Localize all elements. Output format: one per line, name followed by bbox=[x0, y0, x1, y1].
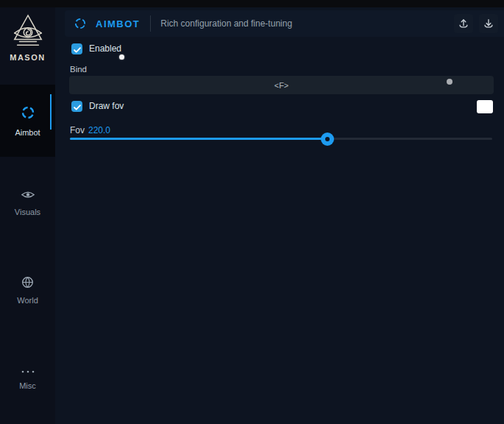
page-subtitle: Rich configuration and fine-tuning bbox=[160, 18, 292, 29]
checkmark-icon bbox=[74, 43, 81, 56]
enabled-label: Enabled bbox=[89, 43, 121, 54]
cursor-dot-gray bbox=[447, 79, 452, 85]
mason-window: MASON Aimbot Visuals bbox=[0, 0, 504, 424]
page-title: AIMBOT bbox=[96, 18, 140, 29]
sidebar-item-visuals[interactable]: Visuals bbox=[0, 180, 55, 225]
header-divider bbox=[150, 15, 151, 32]
masonic-eye-pyramid-icon bbox=[11, 13, 45, 50]
mouse-cursor-dot bbox=[119, 54, 124, 60]
globe-icon bbox=[21, 276, 34, 292]
fov-slider-thumb[interactable] bbox=[321, 132, 334, 146]
fov-slider-fill bbox=[70, 138, 327, 140]
download-config-button[interactable] bbox=[479, 14, 498, 33]
crosshair-icon bbox=[74, 17, 87, 30]
eye-icon bbox=[21, 189, 35, 203]
draw-fov-checkbox[interactable] bbox=[71, 101, 82, 112]
draw-fov-label: Draw fov bbox=[89, 101, 124, 112]
bind-key-input[interactable]: <F> bbox=[69, 76, 494, 94]
sidebar-item-label: World bbox=[17, 296, 38, 305]
sidebar: MASON Aimbot Visuals bbox=[0, 7, 55, 424]
active-tab-indicator bbox=[50, 94, 52, 130]
bind-label: Bind bbox=[70, 65, 87, 74]
upload-config-button[interactable] bbox=[454, 14, 473, 33]
fov-label-row: Fov220.0 bbox=[70, 125, 110, 135]
sidebar-item-misc[interactable]: Misc bbox=[0, 355, 55, 399]
sidebar-item-label: Aimbot bbox=[15, 128, 40, 137]
window-top-strip bbox=[0, 0, 504, 7]
bind-key-value: <F> bbox=[274, 81, 289, 90]
ellipsis-icon bbox=[21, 364, 35, 377]
header-actions bbox=[454, 14, 498, 33]
main-panel: AIMBOT Rich configuration and fine-tunin… bbox=[55, 7, 504, 424]
page-header: AIMBOT Rich configuration and fine-tunin… bbox=[65, 10, 504, 37]
sidebar-item-label: Visuals bbox=[15, 208, 40, 216]
sidebar-item-label: Misc bbox=[19, 381, 36, 390]
app-logo: MASON bbox=[0, 13, 55, 62]
fov-color-swatch[interactable] bbox=[477, 100, 493, 113]
crosshair-icon bbox=[20, 105, 36, 124]
app-title: MASON bbox=[10, 53, 45, 62]
sidebar-item-world[interactable]: World bbox=[0, 268, 55, 312]
fov-label: Fov bbox=[70, 125, 85, 135]
fov-slider[interactable] bbox=[70, 138, 492, 140]
sidebar-item-aimbot[interactable]: Aimbot bbox=[0, 85, 55, 157]
fov-value: 220.0 bbox=[88, 125, 110, 135]
checkmark-icon bbox=[74, 100, 81, 113]
enabled-checkbox[interactable] bbox=[71, 43, 82, 54]
